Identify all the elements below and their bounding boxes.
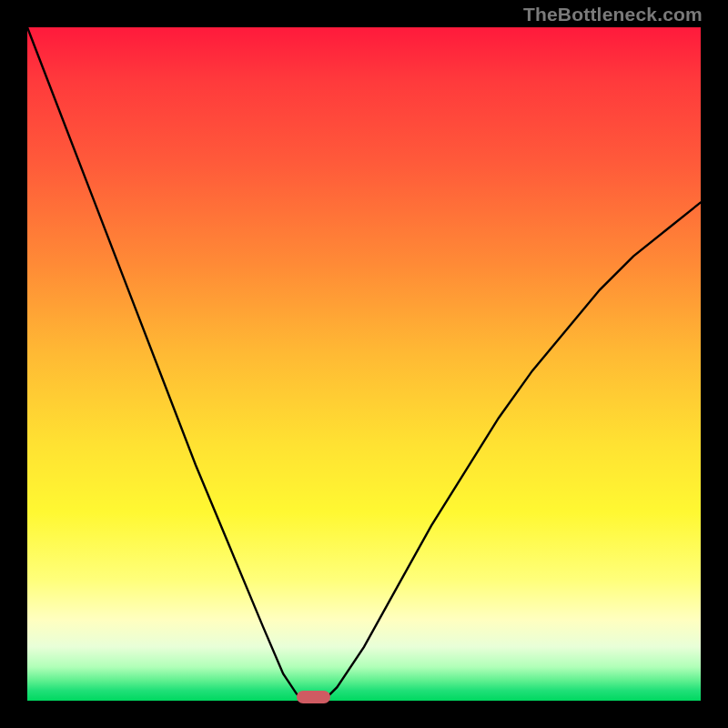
frame: TheBottleneck.com (0, 0, 728, 728)
curve-right (324, 202, 701, 701)
bottleneck-marker (297, 691, 330, 703)
curve-svg (0, 0, 728, 728)
curve-left (27, 27, 303, 701)
